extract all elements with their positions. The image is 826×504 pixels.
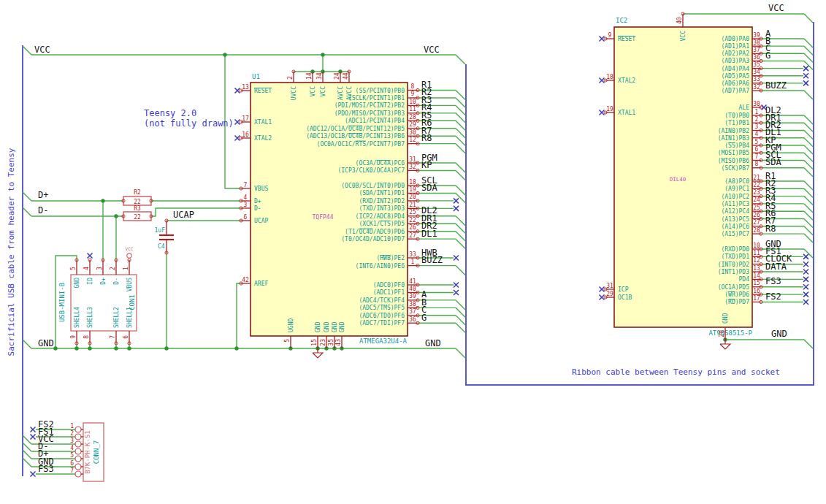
pin-number: 20 bbox=[719, 330, 725, 337]
ucap-label[interactable]: UCAP bbox=[173, 210, 194, 220]
net-label[interactable]: FS3 bbox=[765, 276, 781, 286]
bus-entry[interactable] bbox=[804, 219, 813, 228]
gnd-label[interactable]: GND bbox=[38, 338, 54, 348]
bus-entry[interactable] bbox=[456, 239, 465, 248]
pin-name: (AD1)PA1 bbox=[721, 43, 749, 50]
ic-ic2-at90s8515[interactable]: IC2AT90S8515-PDIL4040VCC20GND9RESET18XTA… bbox=[600, 12, 763, 340]
capacitor-c4[interactable]: 1uFC4 bbox=[155, 219, 174, 254]
bus-entry[interactable] bbox=[456, 136, 465, 145]
bus-entry[interactable] bbox=[456, 163, 465, 172]
bus-entry[interactable] bbox=[804, 145, 813, 154]
bus-entry[interactable] bbox=[456, 308, 465, 317]
pin-name: VCC bbox=[680, 31, 687, 42]
pin-name: (T0)PB0 bbox=[724, 112, 749, 119]
bus-entry[interactable] bbox=[456, 105, 465, 115]
bus-entry[interactable] bbox=[23, 46, 31, 55]
bus-entry[interactable] bbox=[804, 153, 813, 161]
bus-entry[interactable] bbox=[456, 316, 465, 325]
bus-entry[interactable] bbox=[456, 224, 465, 233]
resistor-r3[interactable]: R322 bbox=[122, 205, 153, 221]
bus-entry[interactable] bbox=[804, 204, 813, 213]
pin-name: (AD2)PA2 bbox=[721, 50, 749, 57]
pin-name: D+ bbox=[254, 198, 261, 205]
bus-entry[interactable] bbox=[804, 91, 813, 99]
bus-entry[interactable] bbox=[456, 98, 465, 107]
comment-sacrificial-usb[interactable]: Sacrificial USB cable from header to Tee… bbox=[7, 148, 16, 356]
connector-con1-usb-mini-b[interactable]: 5GND4ID3D+2D-1VBUS9SHELL48SHELL37SHELL26… bbox=[58, 253, 137, 345]
schematic-sheet: VCCVCCD+D-UCAPGNDGNDR1R2R3R4R5R6R7R8PGMK… bbox=[0, 0, 826, 504]
bus-entry[interactable] bbox=[804, 211, 813, 220]
no-connect-icon bbox=[88, 253, 93, 259]
net-label[interactable]: KP bbox=[421, 160, 432, 170]
bus-entry[interactable] bbox=[804, 138, 813, 147]
net-label[interactable]: G bbox=[765, 50, 770, 61]
bus-entry[interactable] bbox=[456, 113, 465, 123]
net-label[interactable]: FS3 bbox=[38, 464, 54, 474]
bus-entry[interactable] bbox=[804, 168, 813, 177]
bus-entry[interactable] bbox=[804, 181, 813, 190]
bus-entry[interactable] bbox=[23, 443, 31, 451]
pin-number: 30 bbox=[409, 129, 416, 136]
bus-entry[interactable] bbox=[23, 340, 31, 348]
bus-entry[interactable] bbox=[804, 14, 813, 23]
dplus-label[interactable]: D+ bbox=[38, 190, 48, 200]
bus-entry[interactable] bbox=[456, 144, 465, 153]
net-label[interactable]: FS2 bbox=[765, 291, 781, 302]
bus-entry[interactable] bbox=[456, 266, 465, 275]
net-label[interactable]: R8 bbox=[421, 133, 432, 143]
wire[interactable] bbox=[151, 208, 241, 216]
gnd-label[interactable]: GND bbox=[425, 338, 441, 348]
bus-entry[interactable] bbox=[804, 234, 813, 243]
net-label[interactable]: SDA bbox=[421, 183, 437, 193]
bus-entry[interactable] bbox=[456, 121, 465, 130]
bus-entry[interactable] bbox=[804, 53, 813, 62]
bus-entry[interactable] bbox=[804, 226, 813, 235]
aref-wire[interactable] bbox=[237, 283, 241, 348]
gnd-label[interactable]: GND bbox=[771, 329, 787, 339]
net-label[interactable]: DL1 bbox=[421, 229, 437, 239]
net-label[interactable]: R8 bbox=[765, 224, 776, 234]
net-label[interactable]: BUZZ bbox=[421, 255, 443, 265]
bus-entry[interactable] bbox=[804, 196, 813, 205]
resistor-r2[interactable]: R222 bbox=[122, 189, 153, 205]
bus-entry[interactable] bbox=[804, 188, 813, 197]
bus-entry[interactable] bbox=[456, 323, 465, 332]
connector-conn7[interactable]: 1234567B7K-PH-K-S1CONN_7 bbox=[70, 423, 104, 481]
bus-entry[interactable] bbox=[456, 129, 465, 138]
bus-entry[interactable] bbox=[804, 161, 813, 169]
bus-entry[interactable] bbox=[23, 435, 31, 444]
bus-entry[interactable] bbox=[804, 131, 813, 140]
net-label[interactable]: SDA bbox=[765, 157, 781, 167]
bus-entry[interactable] bbox=[804, 340, 813, 348]
bus-entry[interactable] bbox=[23, 450, 31, 459]
bus-entry[interactable] bbox=[23, 192, 31, 201]
vcc-label[interactable]: VCC bbox=[424, 45, 440, 55]
comment-ribbon-cable[interactable]: Ribbon cable between Teensy pins and soc… bbox=[572, 367, 780, 377]
bus-entry[interactable] bbox=[456, 348, 465, 358]
bus-entry[interactable] bbox=[456, 300, 465, 310]
comment-teensy[interactable]: Teensy 2.0 (not fully drawn) bbox=[144, 108, 234, 129]
net-label[interactable]: BUZZ bbox=[765, 80, 787, 91]
bus-entry[interactable] bbox=[23, 458, 31, 467]
net-label[interactable]: DATA bbox=[765, 261, 787, 272]
bus-entry[interactable] bbox=[456, 232, 465, 241]
bus-entry[interactable] bbox=[804, 123, 813, 131]
bus-entry[interactable] bbox=[456, 91, 465, 100]
pin-number: 24 bbox=[753, 196, 760, 203]
bus-entry[interactable] bbox=[804, 115, 813, 124]
ic-u1-atmega32u4[interactable]: U1ATMEGA32U4-ATQFP442UVCC14VCC34VCC24AVC… bbox=[235, 70, 420, 348]
dminus-label[interactable]: D- bbox=[38, 205, 48, 215]
vcc-label[interactable]: VCC bbox=[768, 3, 784, 13]
vcc-label[interactable]: VCC bbox=[34, 45, 50, 55]
bus-entry[interactable] bbox=[456, 170, 465, 180]
pin-name: (WR)PD6 bbox=[724, 291, 749, 298]
net-label[interactable]: G bbox=[421, 313, 427, 323]
bus-entry[interactable] bbox=[456, 55, 465, 64]
bus-entry[interactable] bbox=[804, 39, 813, 47]
pin-name: UVCC bbox=[291, 86, 297, 100]
bus-entry[interactable] bbox=[23, 207, 31, 216]
bus-entry[interactable] bbox=[804, 46, 813, 55]
pin-number: 9 bbox=[70, 335, 77, 339]
bus-entry[interactable] bbox=[456, 186, 465, 195]
bus-entry[interactable] bbox=[456, 216, 465, 226]
